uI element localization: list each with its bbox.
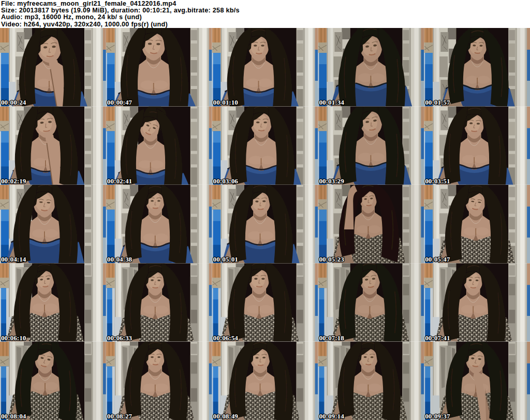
svg-text:00:02:19: 00:02:19 bbox=[1, 177, 26, 185]
svg-text:00:03:06: 00:03:06 bbox=[213, 177, 239, 185]
svg-text:00:06:54: 00:06:54 bbox=[213, 334, 239, 341]
svg-text:00:08:27: 00:08:27 bbox=[107, 412, 132, 420]
svg-text:00:07:41: 00:07:41 bbox=[425, 334, 450, 341]
svg-text:00:05:23: 00:05:23 bbox=[319, 255, 344, 263]
svg-text:00:02:41: 00:02:41 bbox=[107, 177, 132, 185]
svg-text:00:06:10: 00:06:10 bbox=[1, 334, 26, 341]
svg-text:00:09:37: 00:09:37 bbox=[425, 412, 450, 420]
svg-text:00:03:29: 00:03:29 bbox=[319, 177, 344, 185]
svg-text:00:05:47: 00:05:47 bbox=[425, 255, 450, 263]
svg-text:00:01:57: 00:01:57 bbox=[425, 98, 450, 106]
svg-text:00:08:04: 00:08:04 bbox=[1, 412, 26, 420]
svg-text:00:08:49: 00:08:49 bbox=[213, 412, 239, 420]
svg-text:00:04:38: 00:04:38 bbox=[107, 255, 132, 263]
svg-text:00:00:47: 00:00:47 bbox=[107, 98, 132, 106]
svg-text:00:00:24: 00:00:24 bbox=[1, 98, 26, 106]
svg-text:00:06:33: 00:06:33 bbox=[107, 334, 132, 341]
svg-text:00:09:14: 00:09:14 bbox=[319, 412, 344, 420]
svg-text:00:05:01: 00:05:01 bbox=[213, 255, 238, 263]
svg-text:00:01:34: 00:01:34 bbox=[319, 98, 344, 106]
svg-text:00:04:14: 00:04:14 bbox=[1, 255, 26, 263]
svg-text:00:07:18: 00:07:18 bbox=[319, 334, 344, 341]
svg-text:00:03:51: 00:03:51 bbox=[425, 177, 450, 185]
svg-text:00:01:10: 00:01:10 bbox=[213, 98, 239, 106]
